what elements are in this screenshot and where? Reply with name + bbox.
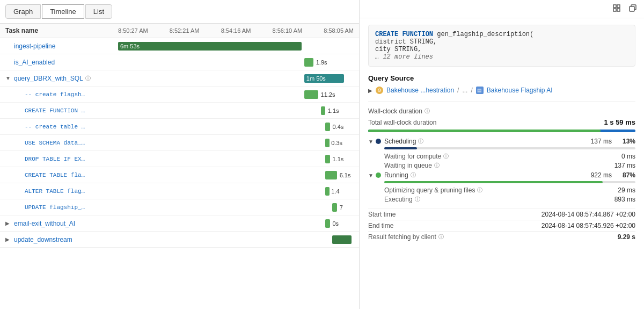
source-path1[interactable]: Bakehouse ...hestration [386, 87, 454, 94]
table-row: CREATE TABLE fla… 6.1s [0, 167, 359, 183]
code-line-3: city STRING, [375, 46, 628, 53]
task-name-cell: ▶ email-exit_without_AI [5, 220, 118, 227]
collapse-icon[interactable]: ▼ [5, 75, 12, 81]
task-name-text[interactable]: ALTER TABLE flag… [25, 188, 85, 195]
task-name-text[interactable]: update_downstream [14, 236, 72, 243]
task-bar-cell: 1.1s [118, 151, 354, 167]
task-name-cell: ingest-pipeline [5, 42, 118, 50]
svg-rect-2 [613, 9, 616, 11]
executing-info-icon[interactable]: ⓘ [415, 196, 420, 203]
path-dots: ... [462, 87, 467, 94]
table-row: ALTER TABLE flag… 1.4 [0, 183, 359, 199]
bar-container: 0.3s [118, 138, 354, 148]
scheduling-bar-fill [384, 147, 417, 149]
task-bar-cell: 0.4s [118, 119, 354, 134]
timeline-bar [304, 58, 314, 67]
timeline-bar: 6m 53s [118, 42, 302, 51]
task-name-text[interactable]: CREATE TABLE fla… [25, 172, 85, 178]
file-icon: ▤ [476, 87, 484, 94]
task-name-text[interactable]: query_DBRX_with_SQL [14, 75, 83, 82]
running-expand-icon[interactable]: ▼ [368, 173, 376, 178]
optimizing-name: Optimizing query & pruning files ⓘ [384, 186, 618, 194]
bar-container [118, 234, 354, 245]
fetch-info-icon[interactable]: ⓘ [438, 233, 444, 241]
task-name-text[interactable]: DROP TABLE IF EX… [25, 156, 85, 162]
timeline-bar [332, 235, 351, 244]
waiting-compute-info-icon[interactable]: ⓘ [443, 153, 449, 160]
start-time-value: 2024-08-14 08:57:44.867 +02:00 [541, 211, 635, 218]
tab-list[interactable]: List [85, 4, 112, 19]
svg-rect-0 [613, 5, 616, 8]
task-name-cell: UPDATE flagship_… [5, 204, 118, 211]
bar-label-outside: 1.9s [316, 59, 327, 66]
table-row: is_AI_enabled 1.9s [0, 54, 359, 70]
expand-button[interactable] [611, 3, 623, 15]
scheduling-info-icon[interactable]: ⓘ [418, 138, 423, 145]
task-name-text[interactable]: UPDATE flagship_… [25, 204, 85, 211]
end-time-value: 2024-08-14 08:57:45.926 +02:00 [541, 222, 635, 229]
total-duration-bar [368, 130, 635, 132]
waiting-compute-ms: 0 ms [621, 153, 635, 160]
copy-button[interactable] [627, 3, 639, 15]
bar-container: 7 [118, 202, 354, 213]
wall-clock-section: Wall-clock duration ⓘ Total wall-clock d… [368, 107, 635, 203]
task-bar-cell: 1.1s [118, 103, 354, 118]
bar-container: 1.9s [118, 57, 354, 68]
bar-container: 6m 53s [118, 41, 354, 52]
scheduling-row: ▼ Scheduling ⓘ 137 ms 13% [368, 138, 635, 145]
divider [368, 102, 635, 102]
waiting-compute-name: Waiting for compute ⓘ [384, 153, 621, 160]
bar-label-outside: 7 [340, 204, 343, 211]
timeline-bar [332, 203, 337, 212]
task-name-cell: ▶ update_downstream [5, 236, 118, 243]
bar-label-outside: 6.1s [340, 172, 351, 178]
waiting-queue-info-icon[interactable]: ⓘ [434, 162, 440, 169]
scheduling-expand-icon[interactable]: ▼ [368, 139, 376, 145]
chevron-right-icon[interactable]: ▶ [368, 88, 372, 94]
wall-clock-title: Wall-clock duration ⓘ [368, 107, 430, 115]
scheduling-group: ▼ Scheduling ⓘ 137 ms 13% [368, 138, 635, 169]
code-keyword-create: CREATE [375, 31, 398, 38]
optimizing-info-icon[interactable]: ⓘ [477, 186, 482, 194]
timeline-bar [325, 219, 330, 228]
timeline-bar [321, 106, 326, 115]
task-name-cell: CREATE FUNCTION … [5, 107, 118, 114]
waiting-queue-ms: 137 ms [614, 162, 635, 169]
task-name-text[interactable]: -- create flagsh… [25, 91, 85, 98]
timestamps-section: Start time 2024-08-14 08:57:44.867 +02:0… [368, 209, 635, 242]
task-name-text[interactable]: USE SCHEMA data_… [25, 140, 85, 146]
timeline-bar: 1m 50s [304, 74, 345, 83]
query-source-row: ▶ ⚙ Bakehouse ...hestration / ... / ▤ Ba… [368, 87, 635, 94]
info-icon[interactable]: ⓘ [85, 75, 91, 82]
task-name-text[interactable]: is_AI_enabled [14, 59, 55, 66]
task-name-text[interactable]: ingest-pipeline [14, 42, 55, 50]
bar-label: 6m 53s [120, 43, 140, 49]
running-row: ▼ Running ⓘ 922 ms 87% [368, 171, 635, 179]
code-more: … 12 more lines [375, 53, 628, 61]
wall-clock-info-icon[interactable]: ⓘ [425, 107, 430, 115]
running-pct: 87% [616, 171, 635, 179]
scheduling-bar [384, 147, 635, 149]
table-row: ▶ update_downstream [0, 232, 359, 248]
expand-icon[interactable]: ▶ [5, 236, 12, 242]
optimizing-ms: 29 ms [618, 186, 635, 194]
timeline-bar [325, 187, 330, 196]
task-name-text[interactable]: email-exit_without_AI [14, 220, 75, 227]
end-time-row: End time 2024-08-14 08:57:45.926 +02:00 [368, 220, 635, 231]
source-path2[interactable]: Bakehouse Flagship AI [487, 87, 553, 94]
optimizing-row: Optimizing query & pruning files ⓘ 29 ms [368, 186, 635, 194]
timeline-body: ingest-pipeline 6m 53s is_AI_enabled 1.9… [0, 38, 359, 309]
task-name-cell: DROP TABLE IF EX… [5, 156, 118, 162]
scheduling-name: Scheduling ⓘ [384, 138, 591, 145]
expand-icon[interactable]: ▶ [5, 220, 12, 226]
fetch-row: Result fetching by client ⓘ 9.29 s [368, 231, 635, 242]
orchestration-icon: ⚙ [376, 87, 383, 94]
tab-graph[interactable]: Graph [5, 4, 41, 19]
fetch-label: Result fetching by client ⓘ [368, 233, 444, 241]
code-line-1: CREATE FUNCTION gen_flagship_description… [375, 31, 628, 38]
tab-timeline[interactable]: Timeline [42, 4, 84, 19]
running-info-icon[interactable]: ⓘ [411, 171, 416, 179]
task-name-text[interactable]: CREATE FUNCTION … [25, 107, 85, 114]
task-name-text[interactable]: -- create table … [25, 124, 85, 130]
table-row: ingest-pipeline 6m 53s [0, 38, 359, 54]
